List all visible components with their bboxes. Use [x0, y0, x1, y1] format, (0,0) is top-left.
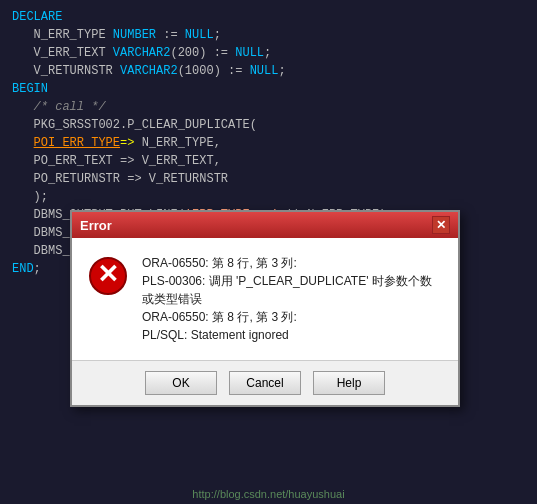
code-line: BEGIN — [12, 80, 525, 98]
error-message: ORA-06550: 第 8 行, 第 3 列: PLS-00306: 调用 '… — [142, 254, 442, 344]
code-line: DECLARE — [12, 8, 525, 26]
error-line4: PL/SQL: Statement ignored — [142, 326, 442, 344]
code-line: V_ERR_TEXT VARCHAR2(200) := NULL; — [12, 44, 525, 62]
dialog-footer: OK Cancel Help — [72, 360, 458, 405]
ok-button[interactable]: OK — [145, 371, 217, 395]
watermark: http://blog.csdn.net/huayushuai — [192, 488, 344, 500]
code-comment: /* call */ — [12, 98, 525, 116]
help-button[interactable]: Help — [313, 371, 385, 395]
code-line: N_ERR_TYPE NUMBER := NULL; — [12, 26, 525, 44]
error-line2: PLS-00306: 调用 'P_CLEAR_DUPLICATE' 时参数个数或… — [142, 272, 442, 308]
code-line: PO_RETURNSTR => V_RETURNSTR — [12, 170, 525, 188]
code-line: ); — [12, 188, 525, 206]
error-line1: ORA-06550: 第 8 行, 第 3 列: — [142, 254, 442, 272]
error-line3: ORA-06550: 第 8 行, 第 3 列: — [142, 308, 442, 326]
svg-text:✕: ✕ — [97, 260, 119, 289]
error-dialog: Error ✕ ✕ ORA-06550: 第 8 行, 第 3 列: PLS-0… — [70, 210, 460, 407]
code-line: V_RETURNSTR VARCHAR2(1000) := NULL; — [12, 62, 525, 80]
dialog-titlebar: Error ✕ — [72, 212, 458, 238]
dialog-title: Error — [80, 218, 112, 233]
cancel-button[interactable]: Cancel — [229, 371, 301, 395]
error-icon: ✕ — [88, 256, 128, 296]
code-line: PO_ERR_TEXT => V_ERR_TEXT, — [12, 152, 525, 170]
dialog-close-button[interactable]: ✕ — [432, 216, 450, 234]
code-line: PKG_SRSST002.P_CLEAR_DUPLICATE( — [12, 116, 525, 134]
code-line-highlight: POI_ERR_TYPE=> N_ERR_TYPE, — [12, 134, 525, 152]
dialog-body: ✕ ORA-06550: 第 8 行, 第 3 列: PLS-00306: 调用… — [72, 238, 458, 360]
